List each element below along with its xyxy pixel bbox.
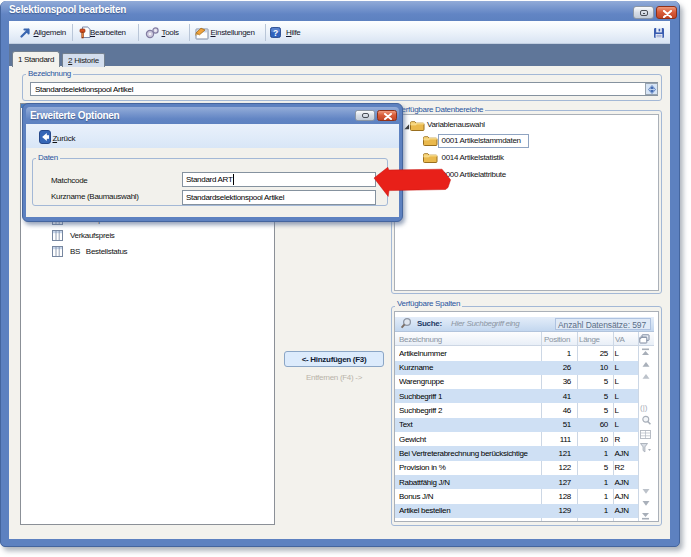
svg-text:?: ? xyxy=(273,28,278,38)
